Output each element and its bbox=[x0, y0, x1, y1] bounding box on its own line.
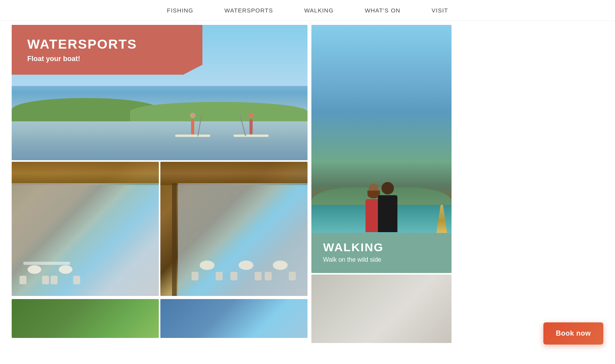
chairs-2 bbox=[51, 276, 80, 284]
male-body bbox=[378, 195, 397, 232]
sup-body-1 bbox=[191, 119, 194, 135]
nav-walking[interactable]: WALKING bbox=[304, 7, 334, 14]
water-reflection bbox=[12, 133, 308, 160]
sup-head-1 bbox=[190, 113, 195, 118]
cafe-interior-tile-2[interactable] bbox=[160, 162, 308, 296]
book-now-button[interactable]: Book now bbox=[543, 322, 603, 345]
watersports-title: WATERSPORTS bbox=[27, 37, 187, 52]
table-4 bbox=[239, 261, 253, 270]
chair-4a bbox=[230, 272, 237, 280]
person-male bbox=[378, 182, 397, 232]
watersports-hero-tile[interactable]: WATERSPORTS Float your boat! bbox=[12, 25, 308, 160]
chair-3b bbox=[216, 272, 223, 280]
watersports-subtitle: Float your boat! bbox=[27, 55, 187, 63]
cafe-scene-2 bbox=[160, 162, 308, 296]
walking-title: WALKING bbox=[323, 241, 440, 254]
table-group-1 bbox=[19, 265, 49, 284]
chair-1b bbox=[42, 276, 49, 284]
nav-visit[interactable]: VISIT bbox=[432, 7, 448, 14]
chair-4b bbox=[255, 272, 262, 280]
table-1 bbox=[28, 265, 41, 274]
frame-pillar bbox=[172, 183, 177, 296]
pontoon bbox=[23, 262, 70, 265]
walking-subtitle: Walk on the wild side bbox=[323, 256, 440, 263]
male-head bbox=[381, 182, 394, 194]
table-group-4 bbox=[230, 261, 262, 280]
ceiling-1 bbox=[12, 162, 159, 185]
nav-watersports[interactable]: WATERSPORTS bbox=[225, 7, 273, 14]
bottom-tiles bbox=[12, 162, 308, 296]
chairs-4 bbox=[230, 272, 262, 280]
table-3 bbox=[200, 261, 214, 270]
table-2 bbox=[59, 265, 72, 274]
sup-head-2 bbox=[248, 113, 254, 118]
chairs-3 bbox=[192, 272, 223, 280]
cafe-interior-tile-1[interactable] bbox=[12, 162, 159, 296]
left-column: WATERSPORTS Float your boat! bbox=[12, 25, 308, 343]
extra-tile-green[interactable] bbox=[12, 299, 159, 338]
chair-3a bbox=[192, 272, 199, 280]
extra-tile-texture bbox=[311, 275, 452, 343]
chair-1a bbox=[19, 276, 26, 284]
extra-bottom-tiles bbox=[12, 299, 308, 338]
right-column: WALKING Walk on the wild side bbox=[311, 25, 452, 343]
cafe-scene-1 bbox=[12, 162, 159, 296]
table-group-2 bbox=[51, 265, 80, 284]
nav-whats-on[interactable]: WHAT'S ON bbox=[365, 7, 401, 14]
couple-figures bbox=[365, 182, 397, 232]
watersports-label: WATERSPORTS Float your boat! bbox=[12, 25, 202, 75]
extra-tile-water[interactable] bbox=[160, 299, 308, 338]
walking-hero-tile[interactable]: WALKING Walk on the wild side bbox=[311, 25, 452, 273]
chair-5b bbox=[289, 272, 296, 280]
chair-2b bbox=[73, 276, 80, 284]
main-nav: FISHING WATERSPORTS WALKING WHAT'S ON VI… bbox=[0, 0, 615, 21]
chair-5a bbox=[265, 272, 272, 280]
right-extra-tile[interactable] bbox=[311, 275, 452, 343]
walking-label: WALKING Walk on the wild side bbox=[311, 233, 452, 273]
chairs-1 bbox=[19, 276, 49, 284]
ceiling-2 bbox=[160, 162, 308, 185]
table-group-3 bbox=[192, 261, 223, 280]
chairs-5 bbox=[265, 272, 296, 280]
table-group-5 bbox=[265, 261, 296, 280]
nav-fishing[interactable]: FISHING bbox=[167, 7, 193, 14]
table-5 bbox=[273, 261, 288, 270]
chair-2a bbox=[51, 276, 58, 284]
main-content: WATERSPORTS Float your boat! bbox=[0, 25, 615, 343]
sup-body-2 bbox=[250, 119, 253, 135]
